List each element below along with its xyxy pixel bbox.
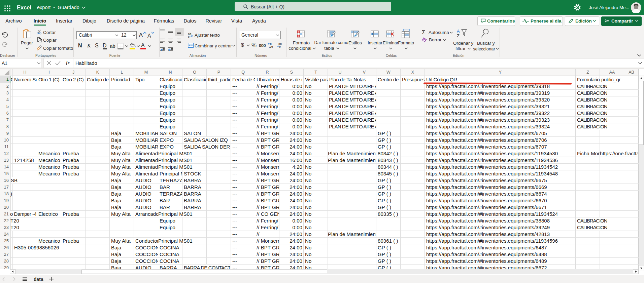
svg-text:0: 0 (279, 45, 281, 48)
svg-text:Z: Z (457, 33, 460, 38)
svg-text:c: c (188, 35, 190, 38)
svg-text:,00: ,00 (269, 45, 273, 48)
svg-text:A: A (457, 29, 460, 34)
